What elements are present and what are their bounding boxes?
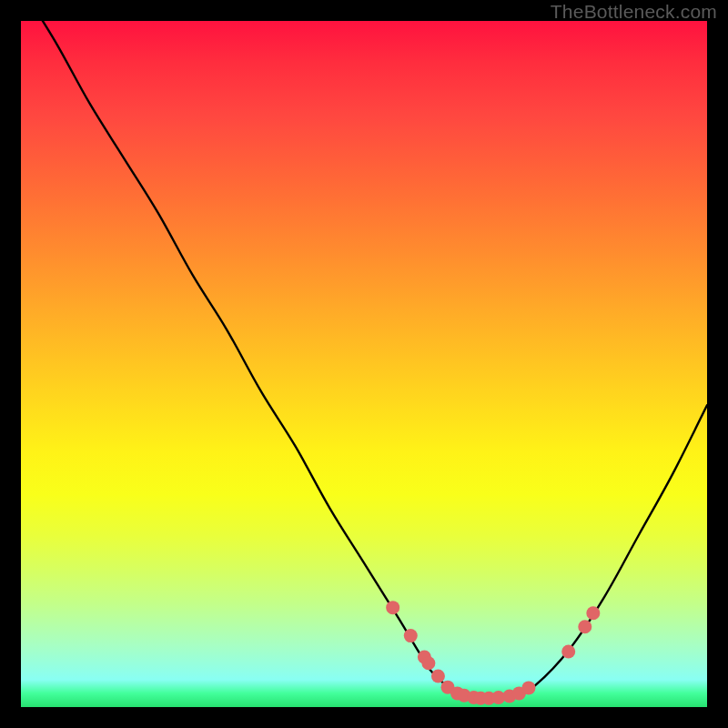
highlight-dot (561, 644, 575, 658)
plot-area (21, 21, 707, 707)
chart-frame: TheBottleneck.com (0, 0, 728, 728)
highlight-dot (521, 681, 535, 694)
highlight-dot (404, 629, 418, 642)
watermark-label: TheBottleneck.com (551, 1, 717, 23)
highlight-dot (586, 606, 600, 620)
highlight-dot (578, 620, 592, 633)
bottleneck-curve (21, 21, 707, 699)
highlight-dot (386, 601, 399, 614)
chart-svg (21, 21, 707, 707)
highlight-dot (431, 670, 445, 683)
highlight-dot (421, 656, 435, 670)
